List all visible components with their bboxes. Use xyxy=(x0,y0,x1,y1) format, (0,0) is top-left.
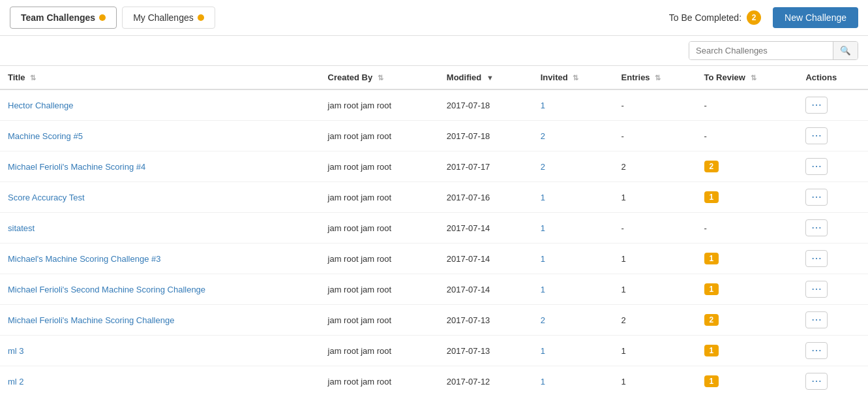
action-menu-button[interactable]: ⋯ xyxy=(805,158,828,175)
to-review-cell: 1 xyxy=(696,244,798,274)
modified-cell: 2017-07-17 xyxy=(439,151,533,182)
tab-team-challenges-label: Team Challenges xyxy=(21,12,95,23)
to-review-cell: 2 xyxy=(696,151,798,182)
entries-cell: 2 xyxy=(614,151,696,182)
created-by-cell: jam root jam root xyxy=(320,244,439,274)
modified-cell: 2017-07-14 xyxy=(439,213,533,244)
actions-cell: ⋯ xyxy=(798,244,868,274)
challenges-table: Title ⇅ Created By ⇅ Modified ▼ Invited … xyxy=(0,65,868,395)
tab-team-challenges[interactable]: Team Challenges xyxy=(10,7,117,29)
actions-cell: ⋯ xyxy=(798,151,868,182)
action-menu-button[interactable]: ⋯ xyxy=(805,250,828,267)
review-badge: 2 xyxy=(704,314,719,326)
col-created-by[interactable]: Created By ⇅ xyxy=(320,66,439,90)
sort-invited-icon: ⇅ xyxy=(573,74,578,82)
entries-cell: 2 xyxy=(614,305,696,336)
invited-cell: 1 xyxy=(533,244,614,274)
table-row: ml 3jam root jam root2017-07-13111⋯ xyxy=(0,336,868,366)
to-be-completed: To Be Completed: 2 xyxy=(669,10,761,25)
action-menu-button[interactable]: ⋯ xyxy=(805,281,828,298)
challenge-title-link[interactable]: Michael's Machine Scoring Challenge #3 xyxy=(8,254,160,264)
col-title[interactable]: Title ⇅ xyxy=(0,66,320,90)
invited-value: 2 xyxy=(541,162,545,172)
challenge-title-link[interactable]: Michael Ferioli's Machine Scoring #4 xyxy=(8,162,145,172)
created-by-cell: jam root jam root xyxy=(320,213,439,244)
search-button[interactable]: 🔍 xyxy=(833,42,858,59)
invited-cell: 1 xyxy=(533,274,614,305)
header-row: Title ⇅ Created By ⇅ Modified ▼ Invited … xyxy=(0,66,868,90)
invited-cell: 2 xyxy=(533,151,614,182)
actions-cell: ⋯ xyxy=(798,121,868,151)
tab-my-challenges[interactable]: My Challenges xyxy=(122,7,215,29)
entries-cell: 1 xyxy=(614,274,696,305)
challenge-title-link[interactable]: Michael Ferioli's Machine Scoring Challe… xyxy=(8,315,174,325)
action-menu-button[interactable]: ⋯ xyxy=(805,97,828,114)
top-bar: Team Challenges My Challenges To Be Comp… xyxy=(0,0,868,36)
tab-my-dot xyxy=(198,14,204,21)
to-review-cell: - xyxy=(696,121,798,151)
actions-cell: ⋯ xyxy=(798,305,868,336)
tbc-label: To Be Completed: xyxy=(669,12,741,23)
action-menu-button[interactable]: ⋯ xyxy=(805,189,828,206)
action-menu-button[interactable]: ⋯ xyxy=(805,219,828,236)
table-row: ml 2jam root jam root2017-07-12111⋯ xyxy=(0,366,868,396)
invited-value: 1 xyxy=(541,254,545,264)
invited-value: 2 xyxy=(541,131,545,141)
col-entries[interactable]: Entries ⇅ xyxy=(614,66,696,90)
challenge-title-link[interactable]: Machine Scoring #5 xyxy=(8,131,83,141)
modified-cell: 2017-07-18 xyxy=(439,89,533,121)
created-by-cell: jam root jam root xyxy=(320,121,439,151)
entries-cell: 1 xyxy=(614,336,696,366)
created-by-cell: jam root jam root xyxy=(320,151,439,182)
invited-cell: 1 xyxy=(533,366,614,396)
search-input[interactable] xyxy=(689,42,833,59)
search-bar: 🔍 xyxy=(0,36,868,65)
table-row: Machine Scoring #5jam root jam root2017-… xyxy=(0,121,868,151)
col-invited[interactable]: Invited ⇅ xyxy=(533,66,614,90)
col-to-review[interactable]: To Review ⇅ xyxy=(696,66,798,90)
to-review-cell: - xyxy=(696,89,798,121)
challenge-title-link[interactable]: ml 2 xyxy=(8,377,24,387)
entries-cell: 1 xyxy=(614,366,696,396)
challenge-title-link[interactable]: ml 3 xyxy=(8,346,24,356)
challenge-title-link[interactable]: sitatest xyxy=(8,223,35,233)
review-badge: 1 xyxy=(704,253,719,264)
review-badge: 1 xyxy=(704,283,719,295)
entries-cell: - xyxy=(614,121,696,151)
entries-cell: - xyxy=(614,213,696,244)
to-review-cell: 1 xyxy=(696,336,798,366)
table-row: Michael Ferioli's Machine Scoring #4jam … xyxy=(0,151,868,182)
entries-cell: 1 xyxy=(614,182,696,213)
action-menu-button[interactable]: ⋯ xyxy=(805,311,828,328)
challenge-title-link[interactable]: Score Accuracy Test xyxy=(8,193,85,202)
actions-cell: ⋯ xyxy=(798,274,868,305)
col-modified[interactable]: Modified ▼ xyxy=(439,66,533,90)
to-review-cell: 1 xyxy=(696,274,798,305)
invited-value: 1 xyxy=(541,223,545,233)
entries-cell: - xyxy=(614,89,696,121)
action-menu-button[interactable]: ⋯ xyxy=(805,127,828,144)
to-review-cell: - xyxy=(696,213,798,244)
invited-value: 2 xyxy=(541,315,545,325)
table-row: Michael Ferioli's Machine Scoring Challe… xyxy=(0,305,868,336)
review-badge: 1 xyxy=(704,191,719,203)
action-menu-button[interactable]: ⋯ xyxy=(805,342,828,359)
table-row: Michael Ferioli's Second Machine Scoring… xyxy=(0,274,868,305)
action-menu-button[interactable]: ⋯ xyxy=(805,373,828,390)
review-badge: 1 xyxy=(704,375,719,387)
invited-value: 1 xyxy=(541,285,545,294)
invited-cell: 2 xyxy=(533,121,614,151)
modified-cell: 2017-07-13 xyxy=(439,305,533,336)
created-by-cell: jam root jam root xyxy=(320,274,439,305)
col-actions: Actions xyxy=(798,66,868,90)
modified-cell: 2017-07-13 xyxy=(439,336,533,366)
challenge-title-link[interactable]: Hector Challenge xyxy=(8,101,73,110)
modified-cell: 2017-07-12 xyxy=(439,366,533,396)
tab-my-challenges-label: My Challenges xyxy=(133,12,194,23)
challenge-title-link[interactable]: Michael Ferioli's Second Machine Scoring… xyxy=(8,285,205,294)
new-challenge-button[interactable]: New Challenge xyxy=(773,7,858,28)
invited-value: 1 xyxy=(541,193,545,202)
created-by-cell: jam root jam root xyxy=(320,305,439,336)
invited-cell: 1 xyxy=(533,89,614,121)
entries-cell: 1 xyxy=(614,244,696,274)
